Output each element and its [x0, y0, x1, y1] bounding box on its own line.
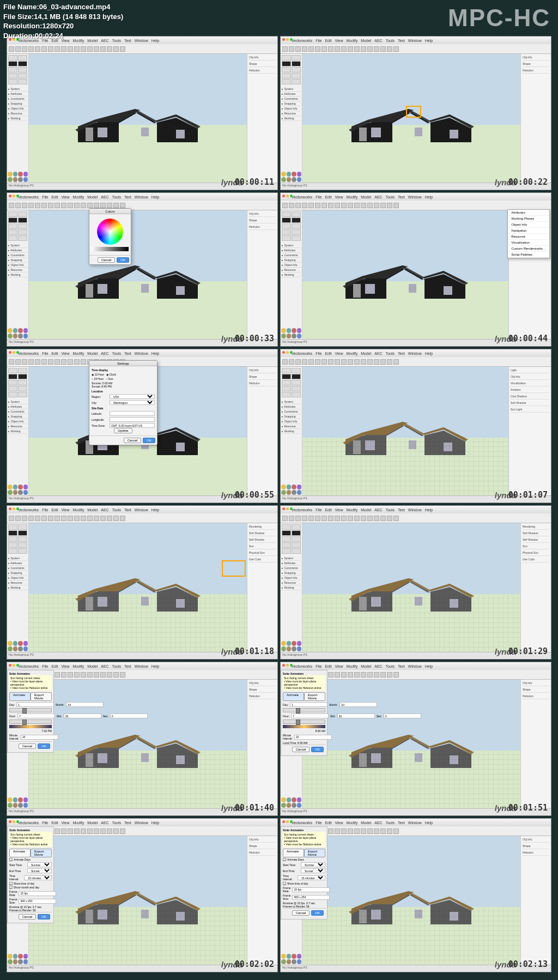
menu-item[interactable]: Window	[135, 352, 148, 355]
menu-item[interactable]: Tools	[386, 195, 395, 199]
object-info-panel[interactable]: Obj InfoShapeHeliodon	[520, 836, 551, 965]
checkbox[interactable]	[9, 858, 13, 861]
menu-item[interactable]: File	[316, 39, 322, 43]
object-info-panel[interactable]: Obj InfoShapeHeliodon	[520, 54, 551, 183]
object-info-panel[interactable]: RenderingSoft ShadowSelf ShadowSunPhysic…	[520, 523, 551, 652]
menu-item[interactable]: Model	[361, 664, 371, 668]
tool-palette[interactable]: ▸ System▸ Attributes▸ Constraints▸ Snapp…	[7, 54, 29, 183]
menu-item[interactable]: View	[335, 508, 343, 512]
color-wheel-icon[interactable]	[97, 219, 123, 245]
menu-item[interactable]: Help	[425, 195, 433, 199]
ok-button[interactable]: OK	[311, 747, 324, 752]
menu-item[interactable]: AEC	[374, 195, 382, 199]
menu-item[interactable]: Window	[408, 821, 422, 825]
menu-item[interactable]: AEC	[101, 821, 108, 825]
menu-item[interactable]: Model	[87, 195, 98, 199]
menu-item[interactable]: Help	[151, 352, 159, 355]
menu-item[interactable]: Edit	[325, 195, 331, 199]
menu-item[interactable]: Tools	[112, 352, 121, 355]
menu-item[interactable]: Vectorworks	[292, 821, 312, 825]
checkbox[interactable]	[283, 882, 286, 885]
context-menu-item[interactable]: Navigation	[508, 228, 549, 234]
menu-item[interactable]: Vectorworks	[292, 195, 312, 199]
window-controls[interactable]	[9, 820, 19, 823]
menu-item[interactable]: Modify	[73, 821, 84, 825]
menu-item[interactable]: Text	[124, 39, 131, 43]
cancel-button[interactable]: Cancel	[19, 743, 37, 749]
menu-item[interactable]: Window	[135, 195, 148, 199]
menu-item[interactable]: Help	[151, 821, 159, 825]
viewport[interactable]	[29, 54, 247, 183]
menu-item[interactable]: Text	[124, 821, 131, 825]
menu-item[interactable]: Modify	[347, 508, 358, 512]
menu-item[interactable]: Edit	[51, 508, 58, 512]
menu-item[interactable]: Edit	[325, 664, 331, 668]
menu-item[interactable]: Text	[124, 508, 131, 512]
menu-item[interactable]: Tools	[112, 664, 121, 668]
viewport[interactable]	[302, 367, 508, 495]
menu-item[interactable]: Vectorworks	[18, 195, 39, 199]
window-controls[interactable]	[282, 664, 293, 667]
menu-item[interactable]: View	[61, 352, 69, 355]
menu-item[interactable]: Vectorworks	[18, 821, 39, 825]
window-controls[interactable]	[9, 664, 19, 667]
menu-item[interactable]: Text	[124, 195, 131, 199]
window-controls[interactable]	[9, 507, 19, 510]
menu-item[interactable]: Model	[361, 39, 371, 43]
menu-item[interactable]: AEC	[374, 664, 382, 668]
context-menu-item[interactable]: Visualization	[508, 240, 549, 246]
menu-item[interactable]: View	[61, 508, 69, 512]
menu-item[interactable]: File	[316, 352, 322, 355]
menu-item[interactable]: AEC	[101, 195, 108, 199]
object-info-panel[interactable]: Obj InfoShapeHeliodon	[247, 836, 277, 965]
menu-item[interactable]: Window	[135, 39, 148, 43]
window-controls[interactable]	[9, 195, 19, 197]
menu-item[interactable]: Vectorworks	[18, 508, 39, 512]
context-menu-item[interactable]: Resource	[508, 234, 549, 240]
menu-item[interactable]: Text	[124, 352, 131, 355]
toolbar[interactable]	[7, 44, 277, 54]
toolbar[interactable]	[281, 44, 551, 54]
menu-item[interactable]: Text	[398, 664, 405, 668]
ok-button[interactable]: OK	[38, 914, 50, 919]
menu-item[interactable]: Text	[124, 664, 131, 668]
color-picker-dialog[interactable]: ColorsCancelOK	[89, 208, 131, 265]
menu-item[interactable]: File	[42, 821, 48, 825]
menu-item[interactable]: File	[42, 664, 48, 668]
menu-item[interactable]: Edit	[51, 352, 58, 355]
menu-item[interactable]: Tools	[386, 39, 395, 43]
window-controls[interactable]	[282, 195, 293, 197]
menu-item[interactable]: Window	[408, 195, 422, 199]
menu-item[interactable]: Tools	[386, 821, 395, 825]
menu-item[interactable]: View	[335, 664, 343, 668]
palette-list[interactable]: ▸ System▸ Attributes▸ Constraints▸ Snapp…	[7, 242, 28, 279]
menubar[interactable]: VectorworksFileEditViewModifyModelAECToo…	[7, 349, 277, 357]
menu-item[interactable]: Edit	[325, 821, 331, 825]
menu-item[interactable]: Text	[398, 352, 405, 355]
menu-item[interactable]: Vectorworks	[292, 352, 312, 355]
menu-item[interactable]: File	[42, 195, 48, 199]
palette-list[interactable]: ▸ System▸ Attributes▸ Constraints▸ Snapp…	[7, 555, 28, 591]
menu-item[interactable]: Model	[87, 664, 98, 668]
menu-item[interactable]: Model	[361, 508, 371, 512]
menubar[interactable]: VectorworksFileEditViewModifyModelAECToo…	[7, 819, 277, 826]
menu-item[interactable]: Help	[425, 508, 433, 512]
menubar[interactable]: VectorworksFileEditViewModifyModelAECToo…	[7, 193, 277, 201]
context-menu-item[interactable]: Attributes	[508, 210, 549, 216]
context-menu-item[interactable]: Custom Renderworks…	[508, 246, 549, 252]
tool-palette[interactable]: ▸ System▸ Attributes▸ Constraints▸ Snapp…	[7, 210, 29, 339]
palette-context-menu[interactable]: AttributesWorking PlanesObject InfoNavig…	[507, 209, 550, 258]
menu-item[interactable]: View	[335, 39, 343, 43]
menu-item[interactable]: Edit	[325, 508, 331, 512]
checkbox[interactable]	[283, 858, 286, 861]
menu-item[interactable]: Help	[425, 664, 433, 668]
object-info-panel[interactable]: Obj InfoShapeHeliodon	[247, 367, 277, 495]
menu-item[interactable]: AEC	[374, 508, 382, 512]
menu-item[interactable]: File	[42, 508, 48, 512]
context-menu-item[interactable]: Script Palettes	[508, 252, 549, 258]
menubar[interactable]: VectorworksFileEditViewModifyModelAECToo…	[281, 662, 551, 670]
window-controls[interactable]	[282, 820, 293, 823]
tool-palette[interactable]: ▸ System▸ Attributes▸ Constraints▸ Snapp…	[281, 210, 302, 339]
menu-item[interactable]: Modify	[347, 195, 358, 199]
window-controls[interactable]	[9, 351, 19, 354]
